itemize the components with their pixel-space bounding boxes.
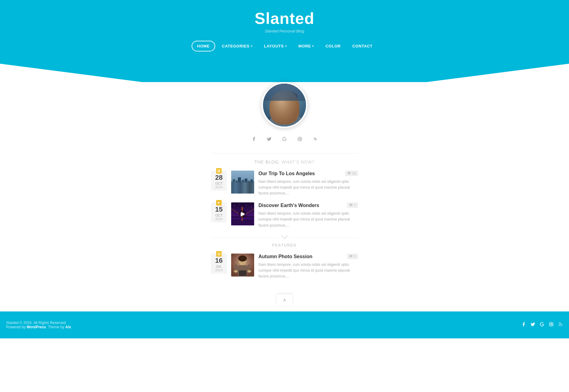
nav-categories[interactable]: CATEGORIES ▾ [217, 41, 258, 51]
avatar [262, 82, 307, 128]
svg-rect-25 [233, 179, 235, 194]
svg-rect-38 [242, 207, 243, 221]
svg-rect-31 [250, 179, 253, 194]
svg-point-52 [234, 270, 238, 273]
google-icon[interactable] [280, 134, 289, 144]
post-date-1: 28 OCT 2014 [211, 171, 227, 191]
svg-point-12 [288, 104, 291, 107]
svg-point-41 [239, 204, 239, 205]
svg-point-18 [284, 111, 288, 113]
svg-rect-54 [239, 270, 246, 276]
chevron-down-icon: ▾ [251, 44, 253, 48]
svg-rect-24 [231, 181, 254, 194]
svg-rect-39 [231, 218, 254, 219]
post-item-1: 28 OCT 2014 [211, 171, 358, 196]
nav-home[interactable]: HOME [192, 41, 215, 51]
post-date-year-1: 2014 [213, 185, 225, 189]
footer-social-icons [521, 322, 563, 328]
video-icon [216, 200, 222, 205]
nav-more[interactable]: MORE ▾ [293, 41, 319, 51]
svg-point-43 [251, 207, 251, 208]
scroll-top-button[interactable]: ∧ [277, 294, 292, 305]
svg-rect-35 [231, 216, 254, 225]
svg-point-19 [281, 111, 288, 115]
svg-marker-45 [241, 212, 245, 216]
divider-arrow-icon [278, 235, 291, 240]
post-comments-1: 10 [345, 171, 358, 176]
post-date-f1: 16 JUL 2014 [211, 254, 227, 274]
section-divider [211, 235, 358, 240]
post-date-num-f1: 16 [213, 257, 225, 264]
post-row-1: Our Trip To Los Angeles 10 [258, 171, 358, 179]
blog-section: THE BLOG. WHAT'S NEW? 28 OCT 2014 [205, 144, 364, 295]
svg-point-22 [314, 140, 314, 141]
svg-point-42 [246, 205, 247, 205]
svg-rect-23 [231, 171, 254, 194]
post-thumb-f1[interactable] [231, 254, 254, 277]
svg-point-44 [239, 210, 246, 217]
site-header: Slanted Slanted Personal Blog HOME CATEG… [0, 0, 569, 64]
site-footer: Slanted © 2016. All Rights Reserved. Pow… [0, 311, 569, 338]
post-title-1[interactable]: Our Trip To Los Angeles [258, 171, 315, 177]
footer-twitter-icon[interactable] [530, 322, 535, 328]
svg-marker-33 [218, 202, 220, 204]
post-date-month-1: OCT [213, 182, 225, 185]
post-title-2[interactable]: Discover Earth's Wonders [258, 202, 319, 209]
nav-layouts[interactable]: LAYOUTS ▾ [259, 41, 292, 51]
blog-heading-static: THE BLOG. [254, 160, 280, 164]
post-date-2: 15 OCT 2014 [211, 202, 227, 223]
svg-point-6 [277, 111, 295, 123]
featured-label: FEATURED [211, 243, 358, 247]
svg-point-53 [247, 270, 251, 273]
post-excerpt-2: Nam libero tempore, cum soluta nobis est… [258, 211, 358, 228]
post-date-num-1: 28 [213, 174, 225, 181]
rss-icon[interactable] [310, 134, 320, 144]
footer-facebook-icon[interactable] [521, 322, 526, 328]
svg-point-40 [234, 205, 235, 206]
post-title-f1[interactable]: Autumn Photo Session [258, 254, 312, 260]
svg-rect-27 [238, 177, 241, 194]
svg-rect-28 [242, 180, 244, 194]
dribbble-icon[interactable] [295, 134, 305, 144]
post-excerpt-1: Nam libero tempore, cum soluta nobis est… [258, 179, 358, 197]
nav-contact[interactable]: CONTACT [347, 41, 377, 51]
svg-point-11 [281, 104, 284, 107]
site-title: Slanted [0, 9, 569, 28]
svg-rect-29 [245, 179, 247, 194]
avatar-image [263, 84, 306, 126]
post-meta-f1: Autumn Photo Session 1 Nam libero tempor… [258, 254, 358, 279]
twitter-icon[interactable] [264, 134, 274, 144]
post-thumb-2[interactable] [231, 202, 254, 225]
svg-point-55 [238, 255, 247, 262]
footer-rss-icon[interactable] [558, 322, 563, 328]
svg-point-57 [559, 326, 559, 326]
footer-wordpress-link[interactable]: WordPress [27, 325, 46, 329]
footer-left: Slanted © 2016. All Rights Reserved. Pow… [6, 321, 71, 329]
post-comments-f1: 1 [347, 254, 358, 259]
facebook-icon[interactable] [249, 134, 259, 144]
post-row-f1: Autumn Photo Session 1 [258, 254, 358, 262]
svg-rect-32 [231, 189, 254, 194]
footer-dribbble-icon[interactable] [549, 322, 554, 328]
footer-alx-link[interactable]: Alx [65, 325, 71, 329]
svg-point-13 [282, 105, 284, 107]
post-meta-2: Discover Earth's Wonders 7 Nam libero te… [258, 202, 358, 228]
post-thumb-1[interactable] [231, 171, 254, 194]
scroll-top-area: ∧ [0, 294, 569, 305]
blog-heading-highlight: WHAT'S NEW? [282, 160, 315, 164]
main-nav: HOME CATEGORIES ▾ LAYOUTS ▾ MORE ▾ COLOR… [0, 41, 569, 64]
blog-heading: THE BLOG. WHAT'S NEW? [211, 153, 358, 164]
svg-rect-30 [248, 181, 250, 194]
nav-color[interactable]: COLOR [321, 41, 346, 51]
post-date-month-2: OCT [213, 213, 225, 217]
svg-point-7 [277, 96, 295, 117]
footer-google-icon[interactable] [540, 322, 544, 328]
post-row-2: Discover Earth's Wonders 7 [258, 202, 358, 211]
chevron-down-icon: ▾ [312, 44, 314, 48]
avatar-section [0, 82, 569, 144]
svg-point-46 [218, 253, 219, 254]
svg-rect-26 [236, 180, 238, 194]
post-item-featured-1: 16 JUL 2014 [211, 254, 358, 279]
post-date-num-2: 15 [213, 206, 225, 213]
svg-rect-20 [275, 101, 297, 103]
